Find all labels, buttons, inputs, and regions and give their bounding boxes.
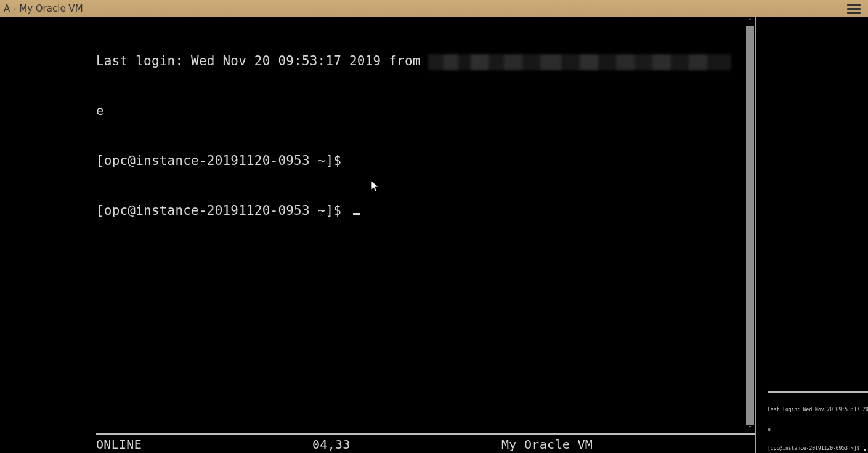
app-root: A - My Oracle VM Last login: Wed Nov 20 … [0,0,868,453]
preview-line: e [768,427,868,433]
status-bar: ONLINE 04,33 My Oracle VM [96,436,755,453]
terminal-prompt: [opc@instance-20191120-0953 ~]$ [96,203,349,218]
terminal-prompt: [opc@instance-20191120-0953 ~]$ [96,153,349,168]
preview-prompt: [opc@instance-20191120-0953 ~]$ [768,446,862,451]
preview-line: Last login: Wed Nov 20 09:53:17 20 [768,407,868,414]
terminal-line: Last login: Wed Nov 20 09:53:17 2019 fro… [96,53,755,70]
terminal-body: Last login: Wed Nov 20 09:53:17 2019 fro… [0,17,868,453]
terminal-line: e [96,103,755,119]
preview-line: [opc@instance-20191120-0953 ~]$ [768,446,868,452]
main-terminal-pane[interactable]: Last login: Wed Nov 20 09:53:17 2019 fro… [0,17,755,453]
status-session-name: My Oracle VM [501,437,593,452]
vertical-scrollbar[interactable]: ˄ ˅ [745,17,755,433]
terminal-output[interactable]: Last login: Wed Nov 20 09:53:17 2019 fro… [96,20,755,252]
preview-pane[interactable]: Last login: Wed Nov 20 09:53:17 20 e [op… [756,17,868,453]
scroll-thumb[interactable] [746,26,754,425]
hamburger-menu-button[interactable] [847,4,861,14]
hamburger-icon [847,4,861,14]
terminal-line: [opc@instance-20191120-0953 ~]$ [96,202,755,219]
scroll-down-arrow-icon[interactable]: ˅ [745,425,755,433]
terminal-text: e [96,103,104,118]
window-titlebar[interactable]: A - My Oracle VM [0,0,868,17]
preview-cursor [864,449,866,451]
terminal-cursor [353,213,360,215]
scroll-up-arrow-icon[interactable]: ˄ [745,17,755,26]
window-title: A - My Oracle VM [0,3,83,14]
redacted-ip [428,54,731,70]
status-divider [96,433,755,435]
status-connection: ONLINE [96,437,142,452]
status-cursor-position: 04,33 [312,437,351,452]
preview-title-divider [768,391,868,393]
terminal-line: [opc@instance-20191120-0953 ~]$ [96,153,755,169]
preview-terminal-output: Last login: Wed Nov 20 09:53:17 20 e [op… [768,394,868,453]
terminal-text: Last login: Wed Nov 20 09:53:17 2019 fro… [96,54,428,68]
